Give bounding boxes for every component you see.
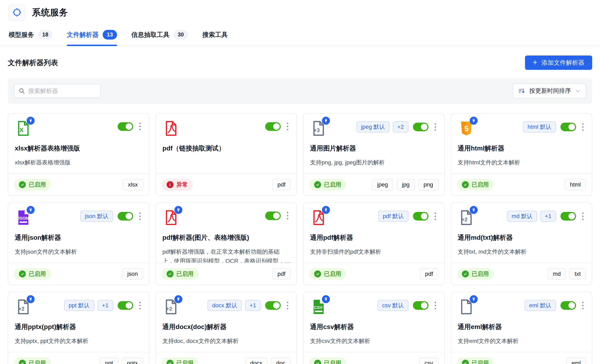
status-icon [314, 181, 321, 188]
kebab-menu-icon[interactable] [285, 121, 290, 131]
card-description: 支持txt, md文件的文本解析 [451, 247, 592, 256]
file-extension-tags: eml [566, 357, 586, 364]
file-type-icon [162, 120, 180, 137]
file-type-icon: JSON [15, 209, 32, 226]
add-button-label: 添加文件解析器 [541, 59, 584, 67]
extension-tag: jpeg [372, 179, 393, 190]
status-badge: 已启用 [457, 357, 494, 364]
file-type-icon: +2 [15, 298, 32, 316]
card-description: pdf解析器增强版，在正常文本解析功能的基础上，使用版面识别模型，OCR，表格识… [156, 247, 297, 263]
plugin-badge-icon [470, 295, 478, 303]
status-icon [19, 360, 26, 364]
file-type-icon: X [15, 120, 32, 137]
kebab-menu-icon[interactable] [285, 300, 290, 310]
default-pill: jpeg 默认 [356, 121, 390, 132]
kebab-menu-icon[interactable] [285, 211, 290, 221]
file-extension-tags: mdtxt [548, 268, 586, 280]
page-title: 系统服务 [32, 7, 68, 18]
enable-toggle[interactable] [413, 123, 429, 131]
kebab-menu-icon[interactable] [433, 122, 438, 132]
puzzle-icon [8, 4, 25, 21]
parser-card[interactable]: pdf 默认 通用pdf解析器 支持非扫描件的pdf文本解析 已启用 pdf [303, 202, 445, 285]
enable-toggle[interactable] [265, 301, 281, 310]
svg-text:+3: +3 [314, 127, 320, 133]
enable-toggle[interactable] [561, 301, 576, 310]
file-type-icon [162, 209, 180, 226]
sort-label: 按更新时间排序 [529, 87, 571, 95]
enable-toggle[interactable] [118, 301, 133, 310]
parser-card[interactable]: +2 docx 默认+1 通用docx(doc)解析器 支持doc, docx文… [156, 292, 297, 364]
status-icon [314, 270, 321, 277]
kebab-menu-icon[interactable] [433, 211, 438, 221]
add-file-parser-button[interactable]: + 添加文件解析器 [525, 55, 592, 70]
card-description: 支持html文件的文本解析 [451, 158, 592, 167]
file-extension-tags: jpegjpgpng [372, 179, 438, 190]
enable-toggle[interactable] [413, 301, 429, 310]
content: 文件解析器列表 + 添加文件解析器 按更新时间排序 X [0, 55, 600, 364]
enable-toggle[interactable] [265, 211, 281, 220]
status-icon [167, 360, 174, 364]
status-icon [167, 270, 174, 277]
file-extension-tags: html [564, 179, 586, 190]
card-description: 支持非扫描件的pdf文本解析 [303, 247, 444, 256]
svg-text:5: 5 [464, 125, 468, 133]
sort-icon [518, 87, 525, 94]
list-title: 文件解析器列表 [8, 58, 58, 68]
file-extension-tags: pdf [272, 179, 291, 190]
parser-card[interactable]: 5 html 默认 通用html解析器 支持html文件的文本解析 已启用 ht… [451, 113, 592, 196]
enable-toggle[interactable] [265, 122, 281, 131]
file-type-icon [458, 298, 475, 316]
chevron-down-icon [575, 88, 581, 94]
parser-card[interactable]: +3 jpeg 默认+2 通用图片解析器 支持png, jpg, jpeg图片的… [303, 113, 445, 196]
kebab-menu-icon[interactable] [138, 211, 142, 221]
enable-toggle[interactable] [118, 212, 133, 220]
search-input[interactable] [14, 84, 101, 98]
sort-dropdown[interactable]: 按更新时间排序 [513, 83, 586, 99]
plugin-badge-icon [27, 295, 35, 303]
enable-toggle[interactable] [118, 122, 133, 131]
default-pill: +1 [540, 211, 556, 222]
file-type-icon: +2 [458, 209, 475, 226]
parser-card[interactable]: +2 ppt 默认+1 通用pptx(ppt)解析器 支持pptx, ppt文件… [8, 292, 149, 364]
enable-toggle[interactable] [413, 212, 429, 220]
tab-count-badge: 30 [174, 30, 188, 39]
kebab-menu-icon[interactable] [581, 122, 585, 132]
parser-card[interactable]: +2 md 默认+1 通用md(txt)解析器 支持txt, md文件的文本解析… [451, 202, 592, 285]
extension-tag: json [122, 268, 143, 280]
status-badge: 已启用 [457, 268, 494, 280]
status-badge: 已启用 [14, 268, 51, 280]
svg-text:+2: +2 [18, 306, 24, 312]
tab-模型服务[interactable]: 模型服务 18 [9, 30, 52, 46]
tab-count-badge: 13 [103, 30, 117, 39]
card-description: 支持pptx, ppt文件的文本解析 [8, 336, 149, 346]
extension-tag: ppt [100, 357, 118, 364]
kebab-menu-icon[interactable] [581, 211, 585, 221]
kebab-menu-icon[interactable] [433, 300, 438, 310]
file-type-icon [310, 209, 327, 226]
kebab-menu-icon[interactable] [138, 300, 142, 310]
kebab-menu-icon[interactable] [581, 300, 585, 310]
parser-card[interactable]: X xlsx解析器表格增强版 xlsx解析器表格增强版 已启用 xlsx [8, 113, 149, 196]
parser-card[interactable]: eml 默认 通用eml解析器 支持eml文件的文本解析 已启用 eml [451, 292, 592, 364]
card-description: 支持png, jpg, jpeg图片的解析 [303, 158, 444, 167]
enable-toggle[interactable] [561, 212, 576, 220]
enable-toggle[interactable] [561, 123, 576, 131]
default-pill: html 默认 [523, 121, 556, 132]
tab-label: 文件解析器 [67, 30, 99, 39]
parser-card[interactable]: pdf解析器(图片、表格增强版) pdf解析器增强版，在正常文本解析功能的基础上… [156, 202, 297, 285]
tab-label: 搜索工具 [202, 30, 228, 39]
file-extension-tags: pdf [420, 268, 439, 280]
svg-text:+2: +2 [461, 216, 468, 223]
tab-搜索工具[interactable]: 搜索工具 [202, 30, 228, 46]
parser-card[interactable]: pdf（链接抽取测试） 异常 pdf [156, 113, 297, 196]
parser-card[interactable]: CSV csv 默认 通用csv解析器 支持csv文件的文本解析 已启用 csv [303, 292, 445, 364]
card-title: 通用json解析器 [8, 233, 149, 242]
parser-card[interactable]: JSON json 默认 通用json解析器 支持json文件的文本解析 已启用… [8, 202, 149, 285]
default-pill: md 默认 [507, 211, 537, 222]
card-description: xlsx解析器表格增强版 [8, 158, 149, 167]
extension-tag: jpg [396, 179, 415, 190]
tab-文件解析器[interactable]: 文件解析器 13 [67, 30, 117, 46]
tab-信息抽取工具[interactable]: 信息抽取工具 30 [131, 30, 188, 46]
extension-tag: pdf [272, 179, 291, 190]
kebab-menu-icon[interactable] [138, 121, 142, 131]
